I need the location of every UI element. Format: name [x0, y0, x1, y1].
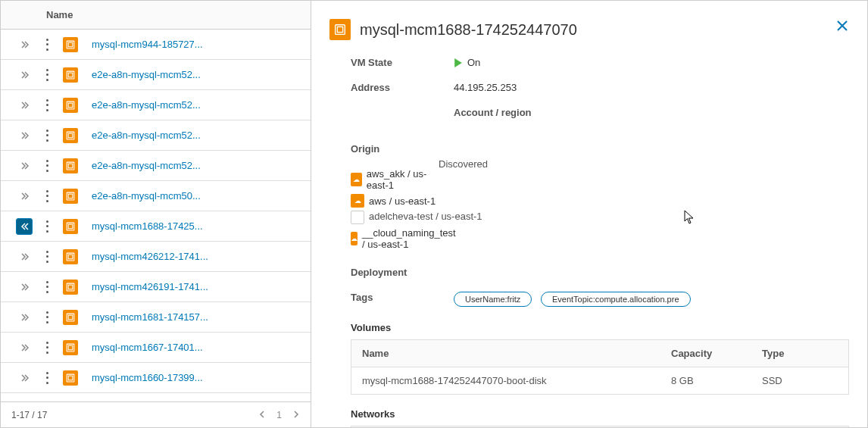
expand-icon[interactable]	[16, 67, 33, 83]
col-capacity[interactable]: Capacity	[671, 348, 762, 359]
account-text: aws_akk / us-east-1	[367, 168, 439, 191]
vm-icon	[63, 98, 78, 113]
deployment-value	[454, 267, 849, 278]
expand-icon[interactable]	[16, 309, 33, 326]
svg-rect-2	[67, 71, 74, 79]
kebab-icon[interactable]	[46, 372, 49, 384]
expand-icon[interactable]	[16, 248, 33, 265]
expand-icon[interactable]	[16, 370, 33, 386]
expand-icon[interactable]	[16, 188, 33, 205]
kebab-icon[interactable]	[46, 220, 49, 233]
tag-pill[interactable]: EventTopic:compute.allocation.pre	[541, 292, 691, 307]
collapse-icon[interactable]	[16, 218, 33, 235]
resource-link[interactable]: e2e-a8n-mysql-mcm52...	[92, 160, 201, 171]
list-item[interactable]: e2e-a8n-mysql-mcm52...	[1, 90, 311, 120]
resource-link[interactable]: mysql-mcm944-185727...	[92, 39, 203, 50]
svg-rect-4	[67, 102, 74, 109]
list-header-name[interactable]: Name	[1, 1, 311, 30]
svg-rect-16	[67, 283, 74, 291]
resource-link[interactable]: e2e-a8n-mysql-mcm52...	[92, 69, 201, 80]
vm-icon	[63, 67, 78, 83]
vm-icon	[63, 189, 78, 204]
kebab-icon[interactable]	[46, 251, 49, 263]
kebab-icon[interactable]	[46, 281, 49, 293]
svg-rect-12	[67, 223, 74, 230]
svg-rect-25	[337, 27, 342, 32]
resource-link[interactable]: e2e-a8n-mysql-mcm52...	[92, 130, 201, 141]
pager-next[interactable]	[292, 410, 300, 420]
kebab-icon[interactable]	[46, 190, 49, 202]
volumes-table: Name Capacity Type mysql-mcm1688-1742524…	[351, 339, 849, 395]
resource-link[interactable]: mysql-mcm426212-1741...	[92, 251, 208, 262]
vm-state-value: On	[454, 57, 849, 68]
pager: 1	[258, 410, 300, 420]
tags-label: Tags	[351, 292, 439, 307]
account-text: __cloud_naming_test / us-east-1	[362, 227, 456, 250]
close-icon[interactable]	[835, 19, 849, 35]
kebab-icon[interactable]	[46, 160, 49, 172]
svg-rect-3	[68, 73, 73, 77]
list-item[interactable]: mysql-mcm944-185727...	[1, 30, 311, 60]
discovered-icon: ☁	[351, 211, 364, 224]
expand-icon[interactable]	[16, 279, 33, 295]
resource-link[interactable]: mysql-mcm1667-17401...	[92, 342, 203, 353]
col-type[interactable]: Type	[762, 348, 838, 359]
kebab-icon[interactable]	[46, 130, 49, 142]
resource-list-pane: Name mysql-mcm944-185727...e2e-a8n-mysql…	[1, 1, 311, 427]
resource-link[interactable]: mysql-mcm426191-1741...	[92, 281, 208, 292]
svg-rect-20	[67, 344, 74, 351]
list-item[interactable]: e2e-a8n-mysql-mcm50...	[1, 181, 311, 211]
list-item[interactable]: mysql-mcm426191-1741...	[1, 272, 311, 302]
svg-rect-19	[68, 315, 73, 320]
vm-icon	[329, 19, 351, 40]
vm-icon	[63, 280, 78, 295]
expand-icon[interactable]	[16, 36, 33, 53]
expand-icon[interactable]	[16, 97, 33, 114]
kebab-icon[interactable]	[46, 342, 49, 354]
list-item[interactable]: mysql-mcm426212-1741...	[1, 242, 311, 272]
resource-link[interactable]: e2e-a8n-mysql-mcm50...	[92, 190, 201, 202]
resource-link[interactable]: e2e-a8n-mysql-mcm52...	[92, 99, 201, 111]
pager-prev[interactable]	[258, 410, 266, 420]
col-name[interactable]: Name	[362, 348, 671, 359]
list-item[interactable]: e2e-a8n-mysql-mcm52...	[1, 60, 311, 90]
resource-link[interactable]: mysql-mcm1688-17425...	[92, 220, 203, 232]
kebab-icon[interactable]	[46, 69, 49, 81]
tag-pill[interactable]: UserName:fritz	[454, 292, 532, 307]
svg-rect-23	[68, 376, 73, 380]
svg-rect-9	[68, 164, 73, 168]
expand-icon[interactable]	[16, 127, 33, 144]
list-item[interactable]: mysql-mcm1688-17425...	[1, 211, 311, 242]
list-item[interactable]: mysql-mcm1681-174157...	[1, 302, 311, 333]
kebab-icon[interactable]	[46, 39, 49, 51]
vol-capacity: 8 GB	[671, 375, 762, 386]
volumes-title: Volumes	[351, 322, 849, 333]
list-item[interactable]: mysql-mcm1667-17401...	[1, 333, 311, 363]
svg-rect-24	[336, 25, 345, 35]
account-value: ☁aws_akk / us-east-1 ☁aws / us-east-1 ☁ …	[351, 168, 439, 253]
aws-icon: ☁	[351, 173, 362, 186]
expand-icon[interactable]	[16, 339, 33, 356]
detail-pane[interactable]: mysql-mcm1688-174252447070 VM State On A…	[311, 1, 867, 427]
list-item[interactable]: mysql-mcm1660-17399...	[1, 363, 311, 393]
address-value: 44.195.25.253	[454, 82, 849, 93]
list-item[interactable]: e2e-a8n-mysql-mcm52...	[1, 120, 311, 151]
resource-link[interactable]: mysql-mcm1660-17399...	[92, 372, 203, 383]
list-footer: 1-17 / 17 1	[1, 401, 311, 427]
kebab-icon[interactable]	[46, 311, 49, 323]
detail-title: mysql-mcm1688-174252447070	[360, 21, 577, 39]
svg-rect-8	[67, 162, 74, 170]
svg-rect-15	[68, 255, 73, 259]
pager-page: 1	[276, 410, 282, 420]
networks-title: Networks	[351, 408, 849, 420]
resource-list-scroll[interactable]: mysql-mcm944-185727...e2e-a8n-mysql-mcm5…	[1, 30, 311, 401]
svg-rect-13	[68, 224, 73, 229]
table-row[interactable]: mysql-mcm1688-174252447070-boot-disk 8 G…	[351, 367, 848, 394]
vm-icon	[63, 37, 78, 52]
resource-link[interactable]: mysql-mcm1681-174157...	[92, 311, 208, 323]
svg-rect-10	[67, 192, 74, 200]
list-item[interactable]: e2e-a8n-mysql-mcm52...	[1, 151, 311, 181]
expand-icon[interactable]	[16, 158, 33, 174]
kebab-icon[interactable]	[46, 99, 49, 111]
svg-rect-17	[68, 285, 73, 289]
